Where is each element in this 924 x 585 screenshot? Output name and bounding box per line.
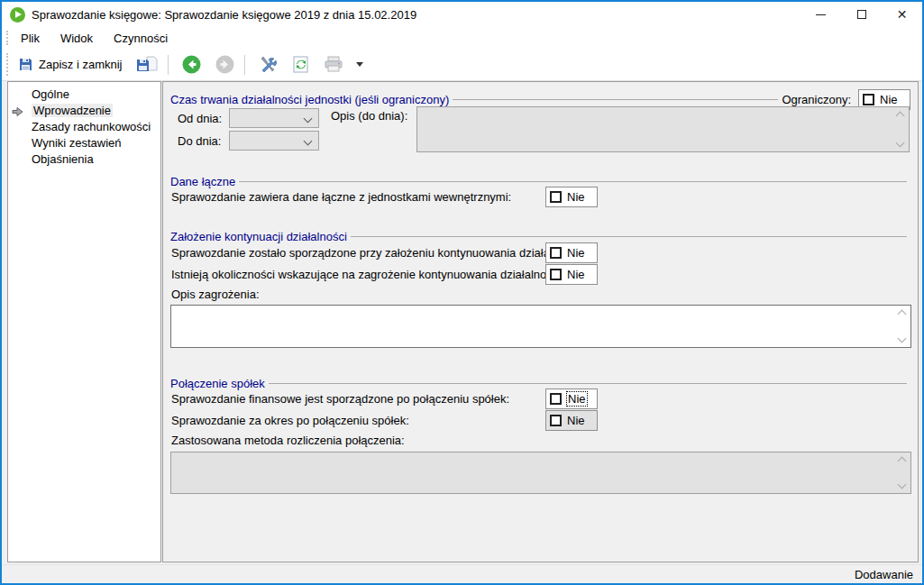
limited-checkbox-label: Nie (880, 93, 898, 106)
section-duration-title: Czas trwania działalności jednostki (jeś… (170, 93, 449, 106)
threat-checkbox-label: Nie (567, 268, 585, 281)
forward-button[interactable] (210, 51, 240, 78)
contains-combined-label: Sprawozdanie zawiera dane łączne z jedno… (171, 190, 511, 204)
scroll-up-icon[interactable] (898, 457, 907, 466)
app-window: Sprawozdanie księgowe: Sprawozdanie księ… (0, 0, 924, 585)
refresh-button[interactable] (288, 52, 315, 77)
menubar-grip[interactable] (6, 31, 9, 46)
close-button[interactable]: ✕ (882, 2, 922, 27)
sidebar-item-wyniki-zestawien[interactable]: Wyniki zestawień (8, 135, 160, 151)
merger-period-checkbox-label: Nie (567, 414, 585, 427)
section-going-concern-header: Założenie kontynuacji działalności (170, 225, 910, 247)
from-date-label: Od dnia: (178, 112, 222, 125)
window-title: Sprawozdanie księgowe: Sprawozdanie księ… (32, 8, 416, 22)
merger-period-label: Sprawozdanie za okres po połączeniu spół… (171, 414, 409, 427)
sidebar-item-ogolne[interactable]: Ogólne (8, 87, 160, 103)
save-and-close-button[interactable]: Zapisz i zamknij (13, 53, 127, 76)
after-merger-checkbox[interactable] (550, 393, 562, 405)
section-merger-title: Połączenie spółek (170, 377, 265, 390)
sidebar-item-objasnienia[interactable]: Objaśnienia (8, 151, 160, 168)
scrollbar[interactable] (895, 307, 909, 345)
title-bar: Sprawozdanie księgowe: Sprawozdanie księ… (2, 2, 922, 27)
chevron-down-icon (304, 114, 313, 123)
status-bar: Dodawanie (2, 564, 922, 583)
save-copy-icon (136, 56, 158, 73)
section-divider-line (269, 383, 907, 384)
print-dropdown-caret[interactable] (356, 62, 363, 67)
print-button[interactable] (318, 52, 349, 77)
after-merger-checkbox-field[interactable]: Nie (545, 388, 598, 409)
after-merger-label: Sprawozdanie finansowe jest sporządzone … (171, 392, 509, 406)
sidebar: Ogólne Wprowadzenie Zasady rachunkowości… (7, 81, 161, 562)
maximize-button[interactable] (841, 2, 882, 27)
section-divider-line (351, 236, 907, 237)
scroll-down-icon[interactable] (898, 334, 907, 343)
merger-period-checkbox[interactable] (550, 415, 562, 426)
contains-combined-checkbox-label: Nie (567, 190, 585, 204)
threat-label: Istnieją okoliczności wskazujące na zagr… (171, 268, 564, 281)
section-going-concern-title: Założenie kontynuacji działalności (170, 230, 347, 243)
duration-desc-textarea[interactable] (416, 106, 910, 152)
printer-icon (324, 56, 343, 73)
scroll-down-icon[interactable] (898, 480, 907, 489)
to-date-label: Do dnia: (178, 134, 221, 148)
prepared-going-concern-checkbox-label: Nie (567, 246, 585, 260)
menu-czynnosci[interactable]: Czynności (105, 29, 177, 48)
menu-bar: Plik Widok Czynności (2, 27, 922, 49)
prepared-going-concern-checkbox[interactable] (550, 247, 562, 259)
section-merger-header: Połączenie spółek (170, 372, 910, 394)
contains-combined-checkbox-field[interactable]: Nie (545, 187, 598, 207)
sidebar-item-zasady-rachunkowosci[interactable]: Zasady rachunkowości (8, 119, 160, 135)
forward-arrow-icon (215, 55, 234, 74)
prepared-going-concern-label: Sprawozdanie zostało sporządzone przy za… (171, 246, 583, 260)
limited-label: Ograniczony: (782, 93, 851, 106)
save-and-close-label: Zapisz i zamknij (39, 58, 122, 71)
threat-desc-textarea[interactable] (170, 305, 911, 348)
merger-method-textarea[interactable] (170, 452, 911, 494)
section-combined-header: Dane łączne (170, 170, 910, 192)
minimize-icon (816, 14, 826, 15)
minimize-button[interactable] (800, 2, 841, 27)
merger-period-checkbox-field[interactable]: Nie (545, 410, 598, 431)
section-divider-line (239, 181, 907, 182)
chevron-down-icon (304, 137, 313, 146)
sidebar-item-wprowadzenie[interactable]: Wprowadzenie (8, 103, 160, 119)
menu-widok[interactable]: Widok (51, 29, 102, 48)
scroll-up-icon[interactable] (898, 310, 907, 319)
prepared-going-concern-checkbox-field[interactable]: Nie (545, 242, 598, 263)
merger-method-label: Zastosowana metoda rozliczenia połączeni… (171, 434, 405, 447)
section-combined-title: Dane łączne (170, 175, 235, 188)
toolbar: Zapisz i zamknij (2, 49, 922, 81)
scroll-down-icon[interactable] (896, 139, 905, 148)
after-merger-checkbox-label: Nie (567, 392, 587, 406)
back-button[interactable] (177, 51, 206, 78)
threat-checkbox[interactable] (550, 269, 562, 280)
to-date-combobox[interactable] (229, 131, 319, 151)
maximize-icon (857, 10, 866, 19)
scroll-up-icon[interactable] (896, 112, 905, 121)
from-date-combobox[interactable] (229, 108, 319, 128)
threat-desc-label: Opis zagrożenia: (171, 288, 260, 301)
scrollbar[interactable] (893, 109, 907, 150)
contains-combined-checkbox[interactable] (550, 191, 562, 203)
duration-desc-label: Opis (do dnia): (331, 109, 407, 123)
app-icon (10, 7, 25, 23)
threat-checkbox-field[interactable]: Nie (545, 264, 598, 285)
close-icon: ✕ (897, 8, 908, 21)
save-icon (18, 57, 33, 72)
back-arrow-icon (182, 55, 201, 74)
section-divider-line (453, 99, 778, 100)
main-panel: Czas trwania działalności jednostki (jeś… (162, 81, 919, 562)
toolbar-separator (244, 55, 245, 75)
refresh-icon (293, 56, 309, 73)
tools-icon (259, 56, 279, 74)
limited-checkbox[interactable] (863, 94, 874, 105)
tools-button[interactable] (253, 52, 284, 78)
toolbar-separator (168, 55, 169, 75)
scrollbar[interactable] (895, 454, 909, 491)
menu-plik[interactable]: Plik (12, 29, 49, 48)
toolbar-grip[interactable] (6, 53, 9, 76)
status-mode: Dodawanie (855, 568, 913, 581)
save-copy-button[interactable] (131, 52, 163, 77)
